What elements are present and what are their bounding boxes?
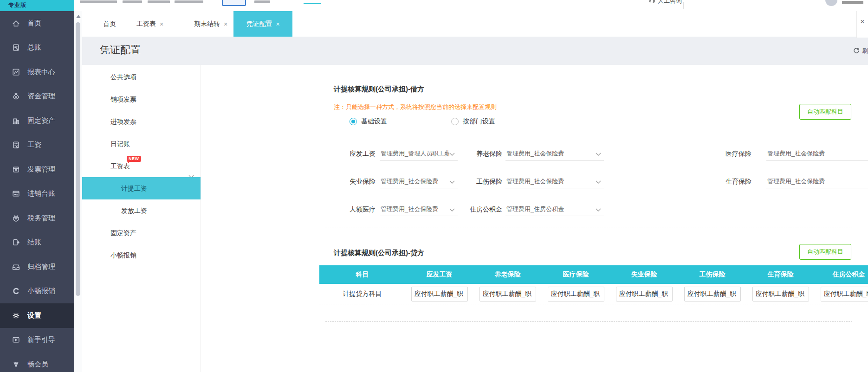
submenu-item-固定资产[interactable]: 固定资产: [82, 222, 201, 244]
field-value: 管理费用_社会保险费: [506, 149, 564, 158]
tab-凭证配置[interactable]: 凭证配置×: [233, 11, 292, 37]
vertical-scrollbar[interactable]: [74, 11, 82, 372]
field-value: 管理费用_管理人员职工薪酬: [381, 149, 449, 158]
clipped-input-field[interactable]: [222, 0, 246, 6]
column-header-应发工资: 应发工资: [405, 265, 473, 284]
field-select-失业保险[interactable]: 管理费用_社会保险费: [380, 174, 458, 188]
submenu-item-工资表[interactable]: 工资表NEW: [82, 155, 201, 177]
sidebar-item-guide[interactable]: 新手引导: [0, 328, 74, 353]
sidebar-item-archive[interactable]: 归档管理: [0, 255, 74, 279]
chevron-down-icon: [596, 205, 601, 213]
field-select-住房公积金[interactable]: 管理费用_住房公积金: [505, 202, 604, 216]
subject-input[interactable]: [479, 287, 536, 301]
credit-section-title: 计提核算规则(公司承担)-贷方: [334, 249, 424, 257]
sidebar-item-invoice[interactable]: 发票管理: [0, 157, 74, 182]
sidebar-item-funds[interactable]: 资金管理: [0, 84, 74, 109]
tab-close-icon[interactable]: ×: [276, 20, 279, 28]
sidebar-item-report-center[interactable]: 报表中心: [0, 60, 74, 84]
sidebar-item-label: 税务管理: [27, 214, 55, 223]
tab-close-icon[interactable]: ×: [160, 20, 163, 28]
submenu-item-label: 日记账: [110, 140, 130, 148]
sidebar-item-general-ledger[interactable]: 总账: [0, 36, 74, 60]
sidebar-item-label: 小畅报销: [27, 287, 55, 295]
field-value: 管理费用_社会保险费: [506, 177, 564, 186]
tab-首页[interactable]: 首页: [96, 11, 123, 37]
field-select-工伤保险[interactable]: 管理费用_社会保险费: [505, 174, 604, 188]
guide-icon: [12, 335, 20, 344]
sidebar-item-tax[interactable]: 税务管理: [0, 206, 74, 231]
main-panel: 计提核算规则(公司承担)-借方 注：只能选择一种方式，系统将按照您当前的选择来配…: [201, 65, 868, 372]
table-cell: [405, 287, 473, 301]
section-divider: [325, 321, 852, 322]
sidebar-item-member[interactable]: 畅会员: [0, 352, 74, 372]
submenu-item-日记账[interactable]: 日记账: [82, 133, 201, 155]
sidebar-item-settings[interactable]: 设置: [0, 303, 74, 328]
submenu-item-进项发票[interactable]: 进项发票: [82, 110, 201, 133]
clipped-text-fragment: [148, 0, 170, 3]
submenu-item-label: 工资表: [110, 162, 130, 170]
close-icon[interactable]: ×: [860, 18, 864, 26]
sidebar-item-fixed-assets[interactable]: 固定资产: [0, 109, 74, 133]
refresh-button[interactable]: 刷新: [853, 47, 868, 55]
submenu-item-计提工资[interactable]: 计提工资: [82, 177, 201, 199]
field-label-应发工资: 应发工资: [331, 147, 376, 160]
submenu-item-小畅报销[interactable]: 小畅报销: [82, 244, 201, 266]
sidebar-item-reimburse[interactable]: 小畅报销: [0, 279, 74, 304]
field-label-医疗保险: 医疗保险: [696, 147, 751, 160]
moneybag-icon: [12, 92, 20, 101]
sidebar-item-label: 工资: [27, 141, 41, 149]
payroll-icon: [12, 141, 20, 149]
subject-input[interactable]: [548, 287, 604, 301]
closing-icon: [12, 238, 20, 247]
submenu-item-销项发票[interactable]: 销项发票: [82, 88, 201, 110]
submenu-item-label: 进项发票: [110, 118, 136, 125]
subject-input[interactable]: [821, 287, 868, 301]
submenu-item-公共选项[interactable]: 公共选项: [82, 66, 201, 88]
table-cell: [678, 287, 746, 301]
table-cell: [473, 287, 542, 301]
scroll-up-arrow-icon[interactable]: [76, 15, 81, 18]
sidebar-item-label: 发票管理: [27, 165, 55, 174]
tab-close-icon[interactable]: ×: [224, 20, 227, 28]
sidebar-nav: 首页总账报表中心资金管理固定资产工资发票管理进销台账税务管理结账归档管理小畅报销…: [0, 11, 74, 372]
table-cell: [815, 287, 868, 301]
user-name-clipped: [842, 1, 863, 4]
tab-期末结转[interactable]: 期末结转×: [187, 11, 235, 37]
subject-input[interactable]: [411, 287, 468, 301]
sidebar-item-label: 结账: [27, 238, 41, 247]
radio-按部门设置[interactable]: 按部门设置: [451, 117, 495, 126]
sidebar-item-closing[interactable]: 结账: [0, 231, 74, 255]
field-select-大额医疗[interactable]: 管理费用_社会保险费: [380, 202, 458, 216]
sidebar-item-home[interactable]: 首页: [0, 11, 74, 36]
subject-input[interactable]: [684, 287, 741, 301]
field-value: 管理费用_住房公积金: [506, 205, 564, 213]
column-header-工伤保险: 工伤保险: [678, 265, 746, 284]
auto-match-subjects-button-credit[interactable]: 自动匹配科目: [799, 244, 851, 260]
sidebar-item-label: 进销台账: [27, 189, 55, 198]
tab-label: 首页: [103, 20, 116, 28]
credit-rules-table: 科目应发工资养老保险医疗保险失业保险工伤保险生育保险住房公积金大额医疗操作 计提…: [319, 265, 868, 304]
field-select-应发工资[interactable]: 管理费用_管理人员职工薪酬: [380, 147, 458, 160]
debit-section-note: 注：只能选择一种方式，系统将按照您当前的选择来配置规则: [334, 103, 497, 111]
ledger-icon: [12, 43, 20, 52]
sidebar-item-inout-ledger[interactable]: 进销台账: [0, 182, 74, 206]
column-header-医疗保险: 医疗保险: [542, 265, 610, 284]
field-value: 管理费用_社会保险费: [767, 177, 825, 186]
column-header-科目: 科目: [319, 265, 405, 284]
sidebar-item-payroll[interactable]: 工资: [0, 133, 74, 158]
member-icon: [12, 360, 20, 369]
tax-icon: [12, 214, 20, 223]
field-select-生育保险[interactable]: 管理费用_社会保险费: [766, 174, 868, 188]
sidebar-item-label: 资金管理: [27, 92, 55, 101]
refresh-icon: [853, 47, 860, 55]
scrollbar-thumb[interactable]: [76, 22, 80, 296]
submenu-item-发放工资[interactable]: 发放工资: [82, 199, 201, 222]
support-link[interactable]: 人工咨询: [649, 0, 682, 5]
user-avatar[interactable]: [825, 0, 837, 6]
subject-input[interactable]: [752, 287, 809, 301]
field-select-养老保险[interactable]: 管理费用_社会保险费: [505, 147, 604, 160]
field-select-医疗保险[interactable]: 管理费用_社会保险费: [766, 147, 868, 160]
radio-基础设置[interactable]: 基础设置: [350, 117, 387, 126]
tab-工资表[interactable]: 工资表×: [129, 11, 171, 37]
subject-input[interactable]: [616, 287, 673, 301]
